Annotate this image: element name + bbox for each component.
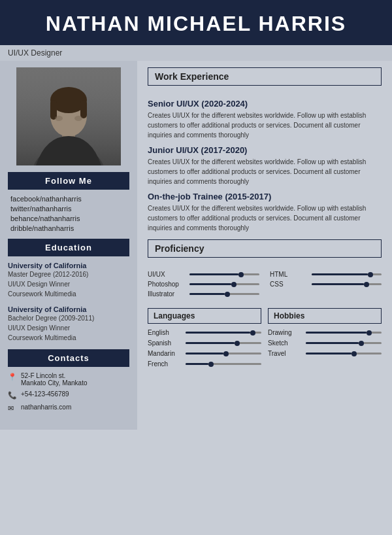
contact-phone-text: +54-123-456789 (21, 390, 69, 398)
hobby-travel: Travel (268, 350, 382, 357)
hobby-dot-travel (351, 351, 357, 356)
contact-address-text: 52-F Lincoln st.Mankato City, Mankato (21, 372, 88, 387)
phone-icon: 📞 (8, 391, 17, 400)
skill-fill-html (312, 273, 368, 275)
skill-fill-illustrator (189, 293, 225, 295)
hobbies-block: Hobbies Drawing Sketch Travel (268, 308, 382, 371)
lang-dot-spanish (235, 341, 240, 346)
proficiency-title: Proficiency (148, 239, 382, 258)
edu-detail-1b: UI/UX Design Winner (8, 279, 129, 289)
job-title-senior: Senior UI/UX (2020-2024) (148, 99, 382, 109)
follow-me-title: Follow Me (8, 172, 129, 190)
work-experience-title: Work Experience (148, 67, 382, 86)
edu-block-1: University of California Master Degree (… (8, 262, 129, 299)
hobby-label-sketch: Sketch (268, 339, 302, 347)
social-links-list: facebook/nathanharris twitter/nathanharr… (8, 195, 129, 232)
location-icon: 📍 (8, 373, 17, 381)
contacts-title: Contacts (8, 349, 129, 367)
lang-dot-mandarin (223, 351, 229, 356)
hobby-fill-drawing (306, 332, 367, 334)
contact-website: ✉ nathanharris.com (8, 404, 129, 413)
lang-label-spanish: Spanish (148, 339, 182, 347)
contact-website-text: nathanharris.com (21, 404, 71, 411)
profile-photo (16, 67, 121, 165)
edu-uni-2: University of California (8, 305, 129, 313)
job-desc-trainee: Creates UI/UX for the different websites… (148, 203, 382, 233)
languages-title: Languages (148, 308, 261, 324)
skill-fill-photoshop (189, 283, 231, 285)
hobby-bar-drawing (306, 332, 382, 334)
lang-label-french: French (148, 360, 182, 368)
social-link-dribble: dribble/nathanharris (10, 224, 127, 232)
lang-spanish: Spanish (148, 339, 261, 347)
lang-bar-english (186, 332, 261, 334)
edu-detail-2a: Bachelor Degree (2009-2011) (8, 313, 129, 323)
header: NATHAN MICHAEL HARRIS (0, 0, 392, 45)
edu-detail-2b: UI/UX Design Winner (8, 323, 129, 333)
svg-rect-7 (80, 100, 87, 118)
skills-right: HTML CSS (270, 271, 382, 300)
lang-label-english: English (148, 329, 182, 336)
contact-phone: 📞 +54-123-456789 (8, 390, 129, 400)
hobby-dot-sketch (359, 341, 364, 346)
lang-fill-english (186, 332, 250, 334)
lang-fill-mandarin (186, 353, 223, 354)
social-link-twitter: twitter/nathanharris (10, 205, 127, 213)
lang-bar-french (186, 363, 261, 365)
skill-label-photoshop: Photoshop (148, 281, 186, 288)
hobbies-title: Hobbies (268, 308, 382, 324)
job-senior: Senior UI/UX (2020-2024) Creates UI/UX f… (148, 99, 382, 140)
lang-bar-spanish (186, 342, 261, 344)
lang-mandarin: Mandarin (148, 350, 261, 357)
job-title-trainee: On-the-job Trainee (2015-2017) (148, 192, 382, 201)
skill-bar-css (312, 283, 382, 285)
skill-photoshop: Photoshop (148, 281, 259, 288)
languages-block: Languages English Spanish Man (148, 308, 261, 371)
skill-bar-photoshop (189, 283, 259, 285)
hobby-bar-travel (306, 353, 382, 354)
skill-label-html: HTML (270, 271, 308, 278)
education-title: Education (8, 239, 129, 256)
job-junior: Junior UI/UX (2017-2020) Creates UI/UX f… (148, 145, 382, 186)
skill-fill-uiux (189, 273, 238, 275)
lang-fill-spanish (186, 342, 235, 344)
job-desc-junior: Creates UI/UX for the different websites… (148, 157, 382, 186)
job-trainee: On-the-job Trainee (2015-2017) Creates U… (148, 192, 382, 233)
skill-dot-html (368, 272, 373, 277)
lang-french: French (148, 360, 261, 368)
skill-bar-html (312, 273, 382, 275)
lang-dot-english (250, 330, 255, 336)
skill-uiux: UI/UX (148, 271, 259, 278)
hobby-fill-travel (306, 353, 351, 354)
hobby-bar-sketch (306, 342, 382, 344)
edu-uni-1: University of California (8, 262, 129, 269)
left-column: Follow Me facebook/nathanharris twitter/… (0, 61, 137, 430)
right-column: Work Experience Senior UI/UX (2020-2024)… (137, 61, 392, 384)
skill-dot-css (364, 282, 369, 287)
hobby-label-travel: Travel (268, 350, 302, 357)
job-title: UI/UX Designer (8, 48, 62, 58)
skill-dot-uiux (238, 272, 244, 277)
lang-dot-french (208, 362, 214, 367)
hobby-fill-sketch (306, 342, 359, 344)
hobby-drawing: Drawing (268, 329, 382, 336)
social-link-facebook: facebook/nathanharris (10, 195, 127, 203)
contact-address: 📍 52-F Lincoln st.Mankato City, Mankato (8, 372, 129, 387)
skill-label-css: CSS (270, 281, 308, 288)
svg-point-9 (74, 116, 82, 121)
skill-html: HTML (270, 271, 382, 278)
edu-block-2: University of California Bachelor Degree… (8, 305, 129, 343)
main-layout: Follow Me facebook/nathanharris twitter/… (0, 61, 392, 430)
edu-detail-1c: Coursework Multimedia (8, 289, 129, 299)
skills-left: UI/UX Photoshop Illustrator (148, 271, 259, 300)
job-title-junior: Junior UI/UX (2017-2020) (148, 145, 382, 155)
skill-css: CSS (270, 281, 382, 288)
lang-label-mandarin: Mandarin (148, 350, 182, 357)
hobby-dot-drawing (367, 330, 372, 336)
lang-bar-mandarin (186, 353, 261, 354)
full-name: NATHAN MICHAEL HARRIS (13, 12, 379, 36)
skill-illustrator: Illustrator (148, 290, 259, 298)
hobby-label-drawing: Drawing (268, 329, 302, 336)
lang-english: English (148, 329, 261, 336)
skill-dot-photoshop (231, 282, 237, 287)
